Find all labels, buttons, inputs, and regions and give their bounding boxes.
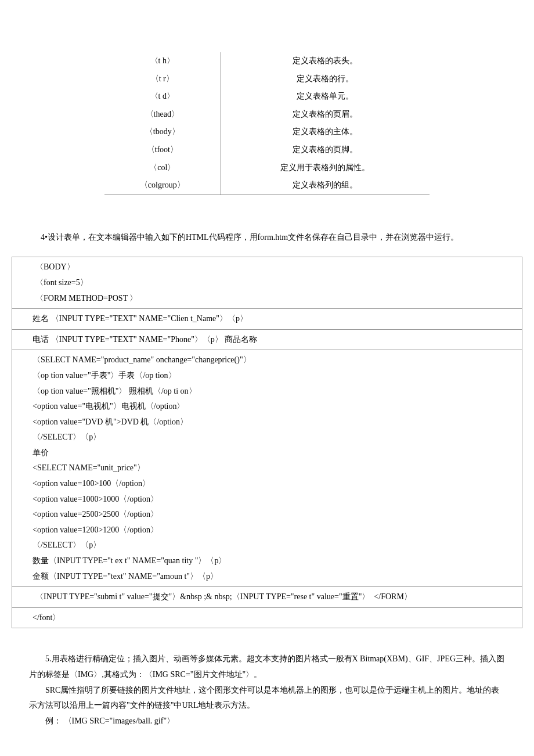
table-row: 〈t d〉定义表格单元。	[104, 88, 430, 106]
code-seg-2: 姓名 〈INPUT TYPE="TEXT" NAME="Clien t_Name…	[12, 309, 522, 330]
code-seg-4: 〈SELECT NAME="product_name" onchange="ch…	[12, 350, 522, 587]
tag-cell: 〈tbody〉	[104, 123, 221, 141]
desc-cell: 定义用于表格列的属性。	[221, 159, 430, 177]
tag-cell: 〈t d〉	[104, 88, 221, 106]
code-seg-5: 〈INPUT TYPE="submi t" value="提交"〉&nbsp ;…	[12, 587, 522, 608]
desc-cell: 定义表格单元。	[221, 88, 430, 106]
table-row: 〈t h〉定义表格的表头。	[104, 52, 430, 70]
table-row: 〈colgroup〉定义表格列的组。	[104, 177, 430, 195]
para5-line2: SRC属性指明了所要链接的图片文件地址，这个图形文件可以是本地机器上的图形，也可…	[29, 683, 505, 714]
section5-block: 5.用表格进行精确定位；插入图片、动画等多媒体元素。超文本支持的图片格式一般有X…	[29, 651, 505, 729]
desc-cell: 定义表格的页脚。	[221, 141, 430, 159]
desc-cell: 定义表格的表头。	[221, 52, 430, 70]
tag-cell: 〈t r〉	[104, 70, 221, 88]
html-tags-table: 〈t h〉定义表格的表头。〈t r〉定义表格的行。〈t d〉定义表格单元。〈th…	[104, 52, 430, 195]
code-listing: 〈BODY〉 〈font size=5〉 〈FORM METHOD=POST 〉…	[12, 257, 522, 628]
desc-cell: 定义表格的页眉。	[221, 106, 430, 124]
para5-line3: 例： 〈IMG SRC="images/ball. gif"〉	[29, 714, 505, 729]
tag-cell: 〈tfoot〉	[104, 141, 221, 159]
code-seg-3: 电话 〈INPUT TYPE="TEXT" NAME="Phone"〉〈p〉 商…	[12, 330, 522, 351]
section4-intro: 4•设计表单，在文本编辑器中输入如下的HTML代码程序，用form.htm文件名…	[41, 230, 505, 246]
tag-cell: 〈col〉	[104, 159, 221, 177]
tag-cell: 〈t h〉	[104, 52, 221, 70]
desc-cell: 定义表格的行。	[221, 70, 430, 88]
para5-line1: 5.用表格进行精确定位；插入图片、动画等多媒体元素。超文本支持的图片格式一般有X…	[29, 651, 505, 682]
tag-cell: 〈colgroup〉	[104, 177, 221, 195]
tag-cell: 〈thead〉	[104, 106, 221, 124]
table-row: 〈thead〉定义表格的页眉。	[104, 106, 430, 124]
table-row: 〈t r〉定义表格的行。	[104, 70, 430, 88]
table-row: 〈col〉定义用于表格列的属性。	[104, 159, 430, 177]
table-row: 〈tbody〉定义表格的主体。	[104, 123, 430, 141]
table-row: 〈tfoot〉定义表格的页脚。	[104, 141, 430, 159]
desc-cell: 定义表格列的组。	[221, 177, 430, 195]
code-seg-6: </font〉	[12, 608, 522, 628]
desc-cell: 定义表格的主体。	[221, 123, 430, 141]
code-seg-1: 〈BODY〉 〈font size=5〉 〈FORM METHOD=POST 〉	[12, 257, 522, 309]
